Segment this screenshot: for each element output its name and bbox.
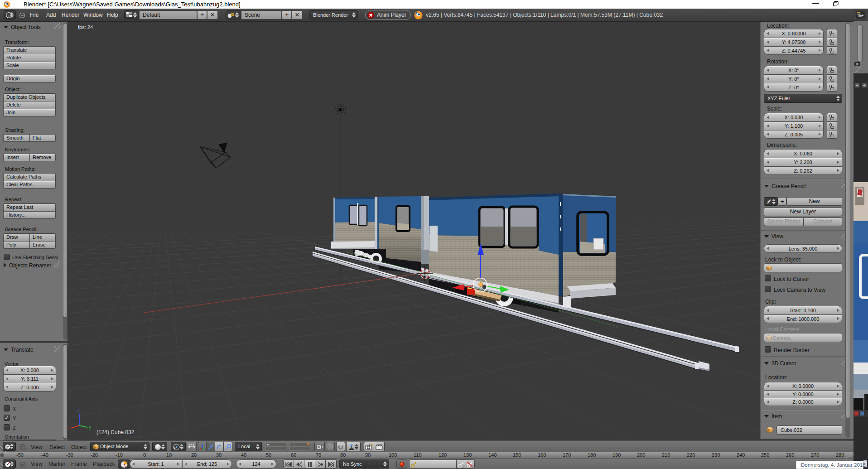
svg-text:z: z <box>77 408 80 413</box>
svg-text:y: y <box>89 425 91 430</box>
svg-text:fps: 24: fps: 24 <box>78 24 93 30</box>
svg-text:(124) Cube.032: (124) Cube.032 <box>96 429 135 435</box>
svg-text:i: i <box>8 13 10 18</box>
